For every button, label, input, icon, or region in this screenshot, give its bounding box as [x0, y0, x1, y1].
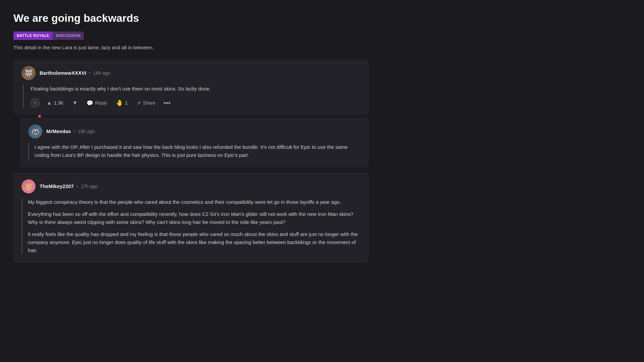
reply-label: Reply — [95, 100, 107, 106]
page-title: We are going backwards — [13, 10, 631, 26]
comment-header: 🐺 BartholomewXXXVI • 18h ago — [21, 66, 361, 80]
post-subtitle: This detail in the new Lara is just lame… — [13, 44, 631, 52]
comments-container: 🐺 BartholomewXXXVI • 18h ago Floating ba… — [13, 59, 369, 262]
comment-body: I agree with the OP. After I purchased i… — [28, 143, 361, 159]
comment-paragraph: My biggest conspiracy theory is that the… — [28, 198, 361, 206]
comment-card: 🦝 MrMeedas • 18h ago I agree with the OP… — [20, 118, 369, 167]
dot-separator: • — [89, 70, 91, 77]
dot-separator: • — [73, 128, 75, 135]
reply-indicator — [38, 115, 41, 118]
username[interactable]: MrMeedas — [46, 128, 71, 135]
avatar: 🐹 — [21, 179, 36, 193]
comment-meta: TheMikey2207 • 17h ago — [40, 183, 98, 190]
share-label: Share — [143, 100, 155, 106]
tag-battle-royale[interactable]: BATTLE ROYALE — [13, 32, 53, 40]
comment-text: Floating backblings is exactly why I don… — [31, 85, 361, 93]
comment-header: 🦝 MrMeedas • 18h ago — [28, 124, 361, 138]
comment-content: Floating backblings is exactly why I don… — [23, 85, 361, 108]
more-options-button[interactable]: ••• — [161, 98, 173, 108]
downvote-button[interactable]: ▼ — [69, 98, 81, 108]
comment-body: My biggest conspiracy theory is that the… — [21, 198, 361, 254]
share-button[interactable]: ↗ Share — [133, 98, 159, 108]
timestamp: 18h ago — [93, 70, 110, 77]
comment-paragraph: It really feels like the quality has dro… — [28, 230, 361, 254]
award-button[interactable]: 🤚 1 — [112, 98, 131, 108]
timestamp: 18h ago — [78, 128, 95, 135]
comment-paragraph: Everything has been so off with the effo… — [28, 210, 361, 226]
dot-separator: • — [76, 183, 78, 190]
timestamp: 17h ago — [81, 183, 98, 190]
share-icon: ↗ — [137, 100, 141, 106]
collapse-button[interactable]: − — [31, 98, 40, 108]
avatar: 🐺 — [21, 66, 36, 80]
avatar: 🦝 — [28, 124, 42, 138]
comment-meta: BartholomewXXXVI • 18h ago — [40, 69, 110, 77]
comment-text: My biggest conspiracy theory is that the… — [28, 198, 361, 254]
reply-icon: 💬 — [87, 100, 93, 106]
upvote-icon: ▲ — [47, 100, 52, 106]
tag-discussion[interactable]: DISCUSSION — [53, 32, 84, 40]
comment-meta: MrMeedas • 18h ago — [46, 128, 95, 135]
upvote-count: 1.3K — [54, 100, 64, 106]
award-count: 1 — [125, 100, 128, 106]
comment-header: 🐹 TheMikey2207 • 17h ago — [21, 179, 361, 193]
comment-actions: − ▲ 1.3K ▼ 💬 Reply 🤚 1 ↗ Sh — [31, 98, 361, 108]
reply-button[interactable]: 💬 Reply — [83, 98, 111, 108]
username[interactable]: BartholomewXXXVI — [40, 69, 86, 77]
downvote-icon: ▼ — [72, 100, 78, 106]
comment-text: I agree with the OP. After I purchased i… — [35, 143, 361, 159]
comment-card: 🐺 BartholomewXXXVI • 18h ago Floating ba… — [13, 59, 369, 115]
comment-card: 🐹 TheMikey2207 • 17h ago My biggest cons… — [13, 173, 369, 262]
award-icon: 🤚 — [116, 99, 123, 107]
username[interactable]: TheMikey2207 — [40, 183, 74, 190]
upvote-button[interactable]: ▲ 1.3K — [43, 98, 67, 108]
tags-row: BATTLE ROYALE DISCUSSION — [13, 32, 631, 40]
